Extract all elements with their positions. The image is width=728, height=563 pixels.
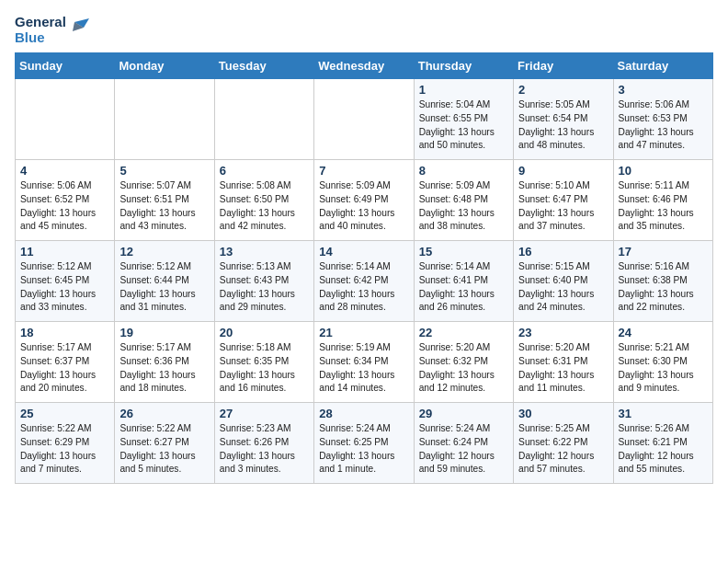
weekday-header-sunday: Sunday [16, 53, 115, 79]
cell-info: Sunrise: 5:06 AM Sunset: 6:53 PM Dayligh… [619, 98, 708, 153]
day-number: 25 [20, 407, 109, 420]
day-number: 13 [220, 245, 309, 259]
cell-info: Sunrise: 5:16 AM Sunset: 6:38 PM Dayligh… [619, 260, 708, 315]
day-number: 5 [119, 164, 209, 178]
calendar-cell: 5Sunrise: 5:07 AM Sunset: 6:51 PM Daylig… [115, 160, 214, 241]
cell-info: Sunrise: 5:24 AM Sunset: 6:24 PM Dayligh… [419, 422, 508, 477]
day-number: 23 [518, 326, 608, 339]
cell-info: Sunrise: 5:12 AM Sunset: 6:45 PM Dayligh… [20, 260, 109, 315]
calendar-table: SundayMondayTuesdayWednesdayThursdayFrid… [15, 52, 713, 484]
day-number: 19 [119, 326, 209, 339]
calendar-cell: 28Sunrise: 5:24 AM Sunset: 6:25 PM Dayli… [314, 403, 414, 484]
cell-info: Sunrise: 5:08 AM Sunset: 6:50 PM Dayligh… [220, 179, 309, 234]
calendar-cell: 19Sunrise: 5:17 AM Sunset: 6:36 PM Dayli… [115, 322, 214, 403]
cell-info: Sunrise: 5:06 AM Sunset: 6:52 PM Dayligh… [20, 179, 109, 234]
weekday-header-tuesday: Tuesday [214, 53, 313, 79]
calendar-cell: 15Sunrise: 5:14 AM Sunset: 6:41 PM Dayli… [414, 241, 513, 322]
cell-info: Sunrise: 5:11 AM Sunset: 6:46 PM Dayligh… [619, 179, 708, 234]
day-number: 26 [119, 407, 209, 420]
day-number: 9 [518, 164, 608, 178]
day-number: 29 [419, 407, 508, 420]
cell-info: Sunrise: 5:15 AM Sunset: 6:40 PM Dayligh… [518, 260, 608, 315]
day-number: 31 [619, 407, 708, 420]
day-number: 6 [220, 164, 309, 178]
calendar-cell [314, 79, 414, 160]
day-number: 16 [518, 245, 608, 259]
calendar-cell: 23Sunrise: 5:20 AM Sunset: 6:31 PM Dayli… [514, 322, 613, 403]
calendar-cell [16, 79, 115, 160]
calendar-cell: 1Sunrise: 5:04 AM Sunset: 6:55 PM Daylig… [414, 79, 513, 160]
calendar-cell: 20Sunrise: 5:18 AM Sunset: 6:35 PM Dayli… [214, 322, 313, 403]
cell-info: Sunrise: 5:24 AM Sunset: 6:25 PM Dayligh… [319, 422, 408, 477]
day-number: 11 [20, 245, 109, 259]
cell-info: Sunrise: 5:21 AM Sunset: 6:30 PM Dayligh… [619, 341, 708, 396]
calendar-cell: 6Sunrise: 5:08 AM Sunset: 6:50 PM Daylig… [214, 160, 313, 241]
calendar-cell [115, 79, 214, 160]
cell-info: Sunrise: 5:13 AM Sunset: 6:43 PM Dayligh… [220, 260, 309, 315]
cell-info: Sunrise: 5:07 AM Sunset: 6:51 PM Dayligh… [119, 179, 209, 234]
day-number: 22 [419, 326, 508, 339]
weekday-header-wednesday: Wednesday [314, 53, 414, 79]
weekday-header-friday: Friday [514, 53, 613, 79]
day-number: 2 [518, 83, 608, 97]
cell-info: Sunrise: 5:09 AM Sunset: 6:48 PM Dayligh… [419, 179, 508, 234]
cell-info: Sunrise: 5:22 AM Sunset: 6:29 PM Dayligh… [20, 422, 109, 477]
calendar-cell: 12Sunrise: 5:12 AM Sunset: 6:44 PM Dayli… [115, 241, 214, 322]
calendar-cell: 3Sunrise: 5:06 AM Sunset: 6:53 PM Daylig… [613, 79, 712, 160]
page-header: General Blue [15, 15, 713, 45]
cell-info: Sunrise: 5:17 AM Sunset: 6:37 PM Dayligh… [20, 341, 109, 396]
calendar-cell: 31Sunrise: 5:26 AM Sunset: 6:21 PM Dayli… [613, 403, 712, 484]
calendar-cell: 11Sunrise: 5:12 AM Sunset: 6:45 PM Dayli… [16, 241, 115, 322]
cell-info: Sunrise: 5:23 AM Sunset: 6:26 PM Dayligh… [220, 422, 309, 477]
weekday-header-thursday: Thursday [414, 53, 513, 79]
logo-blue-text: Blue [15, 30, 66, 46]
calendar-cell: 25Sunrise: 5:22 AM Sunset: 6:29 PM Dayli… [16, 403, 115, 484]
calendar-cell [214, 79, 313, 160]
day-number: 24 [619, 326, 708, 339]
calendar-cell: 13Sunrise: 5:13 AM Sunset: 6:43 PM Dayli… [214, 241, 313, 322]
calendar-cell: 30Sunrise: 5:25 AM Sunset: 6:22 PM Dayli… [514, 403, 613, 484]
calendar-cell: 26Sunrise: 5:22 AM Sunset: 6:27 PM Dayli… [115, 403, 214, 484]
cell-info: Sunrise: 5:26 AM Sunset: 6:21 PM Dayligh… [619, 422, 708, 477]
calendar-cell: 24Sunrise: 5:21 AM Sunset: 6:30 PM Dayli… [613, 322, 712, 403]
calendar-cell: 29Sunrise: 5:24 AM Sunset: 6:24 PM Dayli… [414, 403, 513, 484]
day-number: 18 [20, 326, 109, 339]
calendar-cell: 21Sunrise: 5:19 AM Sunset: 6:34 PM Dayli… [314, 322, 414, 403]
day-number: 20 [220, 326, 309, 339]
day-number: 3 [619, 83, 708, 97]
logo: General Blue [15, 15, 89, 45]
cell-info: Sunrise: 5:05 AM Sunset: 6:54 PM Dayligh… [518, 98, 608, 153]
day-number: 15 [419, 245, 508, 259]
calendar-cell: 2Sunrise: 5:05 AM Sunset: 6:54 PM Daylig… [514, 79, 613, 160]
day-number: 1 [419, 83, 508, 97]
cell-info: Sunrise: 5:10 AM Sunset: 6:47 PM Dayligh… [518, 179, 608, 234]
day-number: 30 [518, 407, 608, 420]
calendar-cell: 14Sunrise: 5:14 AM Sunset: 6:42 PM Dayli… [314, 241, 414, 322]
cell-info: Sunrise: 5:14 AM Sunset: 6:42 PM Dayligh… [319, 260, 408, 315]
cell-info: Sunrise: 5:12 AM Sunset: 6:44 PM Dayligh… [119, 260, 209, 315]
calendar-cell: 10Sunrise: 5:11 AM Sunset: 6:46 PM Dayli… [613, 160, 712, 241]
cell-info: Sunrise: 5:18 AM Sunset: 6:35 PM Dayligh… [220, 341, 309, 396]
cell-info: Sunrise: 5:20 AM Sunset: 6:32 PM Dayligh… [419, 341, 508, 396]
day-number: 8 [419, 164, 508, 178]
calendar-cell: 7Sunrise: 5:09 AM Sunset: 6:49 PM Daylig… [314, 160, 414, 241]
calendar-cell: 18Sunrise: 5:17 AM Sunset: 6:37 PM Dayli… [16, 322, 115, 403]
cell-info: Sunrise: 5:25 AM Sunset: 6:22 PM Dayligh… [518, 422, 608, 477]
calendar-cell: 22Sunrise: 5:20 AM Sunset: 6:32 PM Dayli… [414, 322, 513, 403]
cell-info: Sunrise: 5:22 AM Sunset: 6:27 PM Dayligh… [119, 422, 209, 477]
cell-info: Sunrise: 5:14 AM Sunset: 6:41 PM Dayligh… [419, 260, 508, 315]
day-number: 14 [319, 245, 408, 259]
calendar-cell: 8Sunrise: 5:09 AM Sunset: 6:48 PM Daylig… [414, 160, 513, 241]
day-number: 4 [20, 164, 109, 178]
weekday-header-saturday: Saturday [613, 53, 712, 79]
calendar-cell: 16Sunrise: 5:15 AM Sunset: 6:40 PM Dayli… [514, 241, 613, 322]
cell-info: Sunrise: 5:20 AM Sunset: 6:31 PM Dayligh… [518, 341, 608, 396]
day-number: 27 [220, 407, 309, 420]
cell-info: Sunrise: 5:09 AM Sunset: 6:49 PM Dayligh… [319, 179, 408, 234]
calendar-cell: 4Sunrise: 5:06 AM Sunset: 6:52 PM Daylig… [16, 160, 115, 241]
day-number: 28 [319, 407, 408, 420]
day-number: 10 [619, 164, 708, 178]
logo-general-text: General [15, 15, 66, 30]
day-number: 21 [319, 326, 408, 339]
day-number: 7 [319, 164, 408, 178]
